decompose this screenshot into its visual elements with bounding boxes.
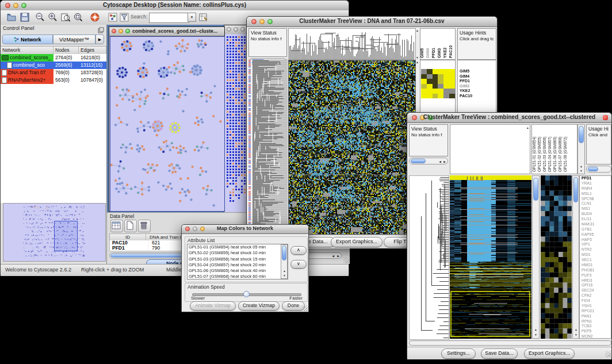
heatmap-cell[interactable]	[433, 79, 438, 84]
treeview1-titlebar[interactable]: ClusterMaker TreeView : DNA and Tran 07-…	[247, 17, 497, 27]
treeview2-titlebar[interactable]: ClusterMaker TreeView : combined_scores_…	[407, 113, 611, 123]
row-label[interactable]: RPO21	[582, 309, 594, 314]
heatmap-cell[interactable]	[449, 84, 455, 89]
zoom-out-icon[interactable]	[35, 12, 45, 22]
row-label[interactable]: PFD1	[582, 176, 594, 181]
row-label[interactable]: SEC24	[582, 288, 594, 293]
animation-speed-slider[interactable]	[192, 293, 301, 296]
heatmap-cell[interactable]	[427, 89, 433, 94]
row-label[interactable]: RNR4	[582, 186, 594, 191]
row-label[interactable]: BUD4	[582, 212, 594, 217]
global-heatmap[interactable]	[288, 60, 416, 235]
row-label[interactable]: GIM3	[460, 84, 472, 89]
search-dropdown-button[interactable]: ▼	[188, 13, 196, 22]
heatmap-vscrollbar[interactable]: ▲ ▼	[532, 175, 540, 339]
heatmap-cell[interactable]	[433, 84, 438, 89]
row-label[interactable]: PFD1	[460, 79, 472, 84]
scroll-up-icon[interactable]: ▲	[526, 126, 529, 129]
row-label[interactable]: NIS1	[582, 206, 594, 212]
zoom-row-labels[interactable]: PFD1YRA1RNR4MSL1SPC98CLN1NIS1BUD4ELG1MAK…	[582, 176, 594, 339]
heatmap-cell[interactable]	[421, 84, 427, 89]
column-label[interactable]: GIM3	[437, 48, 442, 58]
heatmap-cell[interactable]	[443, 89, 449, 94]
attribute-item[interactable]: GPL51-04 (GSM857) heat shock 20 min	[188, 262, 288, 268]
scroll-left-icon[interactable]: ◀	[332, 254, 334, 258]
row-label[interactable]: GIM4	[460, 74, 472, 79]
slider-thumb[interactable]	[243, 291, 250, 297]
scroll-down-icon[interactable]: ▼	[575, 333, 577, 336]
scroll-up-icon[interactable]: ▲	[283, 269, 286, 273]
column-label[interactable]: GPL51-06 (GSM865)	[552, 137, 557, 172]
scroll-down-icon[interactable]: ▼	[580, 169, 583, 173]
scroll-down-icon[interactable]: ▼	[416, 56, 419, 59]
attribute-list-scrollbar[interactable]: ▲ ▼	[281, 244, 288, 279]
row-label[interactable]: KAP95	[582, 232, 594, 237]
row-label[interactable]: SEC1	[582, 258, 594, 263]
row-dendrogram[interactable]	[253, 60, 288, 233]
minimize-icon[interactable]	[234, 27, 238, 32]
export-graphics-button[interactable]: Export Graphics...	[331, 237, 382, 247]
move-up-button[interactable]: ∧	[290, 246, 307, 255]
row-label[interactable]: HAP3	[582, 237, 594, 243]
move-down-button[interactable]: ∨	[290, 260, 307, 269]
heatmap-cell[interactable]	[449, 79, 455, 84]
network-list-row[interactable]: RNAPuberNov2+563(0)107847(0)	[1, 76, 106, 84]
attribute-item[interactable]: GPL51-07 (GSM868) heat shock 60 min	[188, 274, 288, 279]
heatmap-cell[interactable]	[433, 74, 438, 79]
attribute-item[interactable]: GPL51-01 (GSM854) heat shock 05 min	[188, 244, 288, 250]
row-labels-scrollbar[interactable]: ▲ ▼	[572, 175, 579, 339]
heatmap-cell[interactable]	[449, 89, 455, 94]
row-label[interactable]: HRD3	[582, 278, 594, 283]
row-label[interactable]: MSL1	[582, 191, 594, 197]
heatmap-cell[interactable]	[443, 79, 449, 84]
zoom-selected-icon[interactable]	[73, 12, 83, 22]
scroll-up-icon[interactable]: ▲	[416, 29, 419, 32]
row-label[interactable]: PAC10	[460, 94, 472, 99]
close-icon[interactable]	[227, 27, 231, 32]
row-label[interactable]: MAK31	[582, 222, 594, 227]
row-label[interactable]: SPC98	[582, 197, 594, 202]
global-heatmap[interactable]	[450, 175, 531, 339]
row-label[interactable]: YSH1	[582, 304, 594, 309]
help-lifering-icon[interactable]	[90, 12, 100, 22]
done-button[interactable]: Done	[282, 301, 305, 311]
network-overview-thumbnail[interactable]	[3, 203, 106, 262]
row-label[interactable]: MON2	[582, 334, 594, 339]
heatmap-cell[interactable]	[443, 84, 449, 89]
heatmap-cell[interactable]	[427, 74, 433, 79]
open-file-icon[interactable]	[6, 12, 17, 22]
network-canvas[interactable]	[110, 36, 225, 212]
row-label[interactable]: CPA2	[582, 293, 594, 298]
column-label[interactable]: GIM5	[420, 48, 424, 58]
row-label[interactable]: GTB1	[582, 227, 594, 232]
row-label[interactable]: YKE2	[460, 89, 472, 94]
global-pixel-strip[interactable]	[248, 60, 252, 233]
column-label[interactable]: GPL51-04 (GSM857)	[547, 137, 552, 172]
heatmap-cell[interactable]	[433, 69, 438, 74]
zoom-window-icon[interactable]	[240, 27, 245, 32]
row-label[interactable]: PUF3	[582, 273, 594, 278]
tab-vizmapper[interactable]: VizMapper™	[53, 35, 95, 44]
heatmap-cell[interactable]	[421, 79, 427, 84]
row-label[interactable]: RPN1	[582, 319, 594, 324]
row-label[interactable]: VIP1	[582, 242, 594, 247]
heatmap-cell[interactable]	[443, 94, 449, 99]
row-dendrogram[interactable]	[409, 175, 449, 340]
search-input[interactable]	[149, 13, 189, 23]
attribute-item[interactable]: GPL51-06 (GSM865) heat shock 40 min	[188, 268, 288, 274]
column-scroll-strip[interactable]: ▲ ▼	[416, 28, 419, 60]
heatmap-cell[interactable]	[433, 94, 438, 99]
heatmap-cell[interactable]	[438, 69, 443, 74]
row-label[interactable]: HMG1	[582, 263, 594, 268]
heatmap-cell[interactable]	[427, 84, 433, 89]
column-label[interactable]: GPL51-03 (GSM856)	[542, 137, 547, 172]
column-label[interactable]: GIM4	[425, 48, 430, 58]
network-list-row[interactable]: DNA and Tran 07769(0)183728(0)	[1, 69, 106, 76]
attribute-list[interactable]: GPL51-01 (GSM854) heat shock 05 minGPL51…	[187, 244, 288, 279]
scroll-up-icon[interactable]: ▲	[575, 328, 577, 331]
heatmap-cell[interactable]	[421, 74, 427, 79]
heatmap-cell[interactable]	[449, 94, 455, 99]
zoom-window-icon[interactable]	[125, 29, 130, 33]
scroll-right-icon[interactable]: ▶	[337, 254, 339, 258]
heatmap-cell[interactable]	[449, 69, 455, 74]
